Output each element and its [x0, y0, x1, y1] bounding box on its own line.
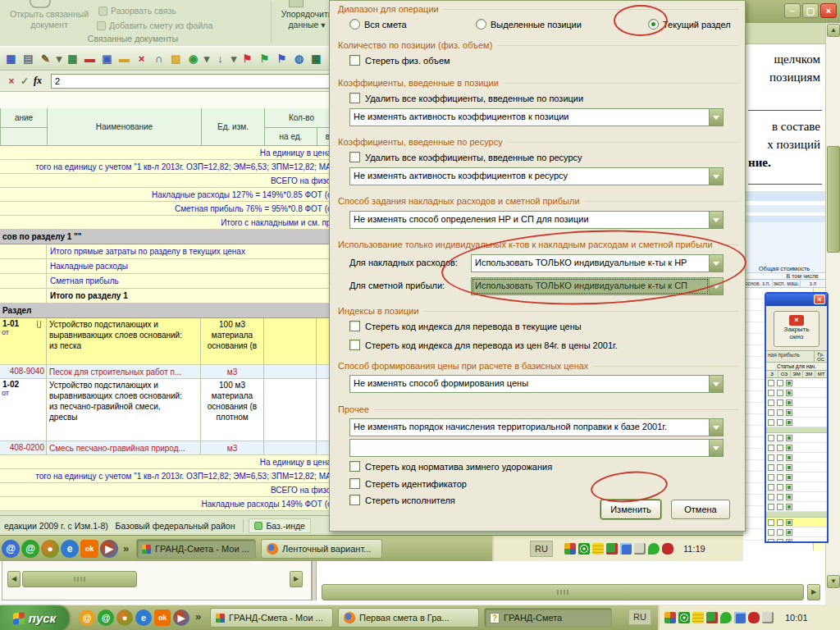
copy-icon[interactable]: ▣	[99, 51, 115, 66]
mini-checkbox[interactable]	[768, 454, 774, 461]
quicklaunch-more-icon[interactable]: »	[195, 610, 201, 623]
mini-checkbox[interactable]	[768, 419, 774, 426]
mini-checkbox[interactable]	[768, 474, 774, 481]
table-row[interactable]: Накладные расходы 149% ФОТ (от	[0, 497, 338, 511]
mini-checkbox[interactable]	[777, 464, 783, 471]
binoculars-search-icon[interactable]: ∩	[151, 51, 167, 66]
mini-checkbox[interactable]	[777, 419, 783, 426]
mini-checkbox-checked[interactable]	[786, 504, 792, 510]
task-button-first-estimate[interactable]: Первая смета в Гра...	[338, 608, 479, 628]
cancel-icon[interactable]: ×	[5, 75, 18, 87]
section-band-row[interactable]: сов по разделу 1 ""	[0, 230, 338, 244]
scroll-up-icon[interactable]: ▲	[827, 24, 840, 37]
estimate-item-row[interactable]: 1-02от Устройство подстилающих и выравни…	[0, 379, 338, 441]
tray-pest-icon[interactable]	[706, 612, 718, 623]
dropdown-icon[interactable]: ▾	[55, 51, 63, 66]
combo-resource-coefficient-activity[interactable]: Не изменять активность коэффициентов к р…	[349, 167, 724, 185]
mini-checkbox[interactable]	[777, 529, 783, 536]
left-horizontal-scrollbar[interactable]: ◀ ▶	[7, 571, 306, 587]
insert-table-icon[interactable]: ▦	[65, 51, 80, 66]
mini-checkbox-checked[interactable]	[786, 519, 792, 526]
table-row[interactable]: Сметная прибыль 76% = 95%*0.8 ФОТ (от	[0, 202, 338, 216]
back-icon[interactable]: ◉	[185, 51, 201, 66]
mini-checkbox-checked[interactable]	[786, 380, 792, 386]
print-icon[interactable]: ▤	[21, 51, 36, 66]
checkbox-erase-executor[interactable]: Стереть исполнителя	[349, 495, 455, 505]
task-button-grand-smeta-help[interactable]: ? ГРАНД-Смета	[484, 608, 612, 628]
scrollbar-thumb[interactable]	[322, 584, 804, 600]
column-header-justification[interactable]: ание	[0, 108, 47, 128]
quicklaunch-ie-icon[interactable]: e	[135, 609, 152, 626]
checkbox-erase-volume[interactable]: Стереть физ. объем	[349, 55, 450, 66]
mini-checkbox[interactable]	[777, 380, 783, 386]
quicklaunch-icq-icon[interactable]: @	[98, 609, 114, 626]
mini-checkbox-checked[interactable]	[786, 454, 792, 461]
mini-checkbox[interactable]	[768, 409, 774, 416]
mini-checkbox-checked[interactable]	[786, 484, 792, 491]
tray-volume-icon[interactable]	[762, 612, 774, 623]
checkbox-erase-identifier[interactable]: Стереть идентификатор	[349, 478, 467, 489]
mini-checkbox[interactable]	[768, 380, 774, 386]
mini-checkbox-checked[interactable]	[786, 494, 792, 500]
tray-grand-icon[interactable]	[664, 612, 676, 623]
mini-checkbox[interactable]	[768, 519, 774, 526]
combo-position-coefficient-activity[interactable]: Не изменять активность коэффициентов к п…	[349, 108, 724, 126]
mini-checkbox[interactable]	[768, 529, 774, 536]
mini-checkbox[interactable]	[777, 409, 783, 416]
tray-shield-icon[interactable]	[748, 612, 760, 623]
mini-checkbox[interactable]	[768, 399, 774, 406]
combo-dropdown-icon[interactable]	[709, 376, 723, 392]
scroll-right-icon[interactable]: ▶	[290, 571, 303, 587]
mini-checkbox[interactable]	[768, 539, 774, 544]
mini-checkbox-checked[interactable]	[786, 445, 792, 451]
table-row[interactable]: Итого по разделу 1	[0, 289, 338, 304]
column-header-unit[interactable]: Ед. изм.	[201, 108, 264, 146]
quicklaunch-sphere-icon[interactable]: ●	[41, 540, 59, 558]
combo-empty[interactable]	[349, 439, 724, 457]
tray-volume-icon[interactable]	[634, 543, 646, 555]
tray-network-icon[interactable]	[620, 543, 632, 555]
combo-dropdown-icon[interactable]	[709, 440, 723, 456]
green-flag-icon[interactable]: ⚑	[257, 51, 272, 66]
tray-network-icon[interactable]	[734, 612, 746, 623]
folder-up-icon[interactable]: ▨	[168, 51, 184, 66]
mini-checkbox[interactable]	[777, 519, 783, 526]
base-index-mode[interactable]: Баз.-инде	[249, 518, 310, 533]
delete-icon[interactable]: ×	[134, 51, 149, 66]
tray-antivirus-icon[interactable]	[578, 543, 590, 555]
combo-price-formation[interactable]: Не изменять способ формирования цены	[349, 375, 724, 393]
mini-checkbox-checked[interactable]	[786, 435, 792, 441]
quicklaunch-ok-icon[interactable]: ok	[80, 540, 98, 558]
table-row[interactable]: Сметная прибыль	[0, 274, 338, 289]
column-header-per-unit[interactable]: на ед.	[264, 128, 317, 146]
table-row[interactable]: На единицу в ценах	[0, 455, 338, 469]
quicklaunch-mail-icon[interactable]: @	[79, 609, 95, 626]
mini-checkbox[interactable]	[768, 445, 774, 451]
mini-checkbox[interactable]	[777, 494, 783, 500]
combo-dropdown-icon[interactable]	[709, 212, 723, 228]
scroll-right-icon[interactable]: ▶	[807, 584, 820, 600]
tray-grand-icon[interactable]	[564, 543, 576, 555]
formula-input[interactable]: 2	[51, 74, 330, 89]
tray-messenger-icon[interactable]	[648, 543, 660, 555]
note-pin-icon[interactable]: ▬	[116, 51, 132, 66]
table-row[interactable]: Накладные расходы	[0, 259, 338, 274]
mini-checkbox[interactable]	[768, 494, 774, 500]
column-header-quantity[interactable]: Кол-во	[264, 108, 338, 128]
column-header-name[interactable]: Наименование	[47, 108, 201, 146]
task-button-grand-smeta[interactable]: ГРАНД-Смета - Мои ...	[136, 539, 256, 559]
combo-dropdown-icon[interactable]	[709, 109, 723, 126]
mini-checkbox-checked[interactable]	[786, 390, 792, 396]
dropdown-icon[interactable]: ▾	[230, 51, 238, 66]
mini-checkbox[interactable]	[777, 454, 783, 461]
mini-checkbox[interactable]	[768, 435, 774, 441]
mini-checkbox[interactable]	[777, 445, 783, 451]
combo-territorial-correction[interactable]: Не изменять порядок начисления территори…	[349, 418, 724, 436]
dropdown-icon[interactable]: ▾	[203, 51, 211, 66]
radio-selected-positions[interactable]: Выделенные позиции	[476, 19, 582, 30]
quicklaunch-wmp-icon[interactable]: ▶	[173, 609, 189, 626]
quicklaunch-icq-icon[interactable]: @	[21, 540, 39, 558]
checkbox-erase-84-index[interactable]: Стереть код индекса для перевода из цен …	[349, 340, 618, 350]
restore-button[interactable]: ▢	[802, 3, 819, 18]
checkbox-remove-position-coefficients[interactable]: Удалить все коэффициенты, введенные по п…	[349, 93, 583, 103]
